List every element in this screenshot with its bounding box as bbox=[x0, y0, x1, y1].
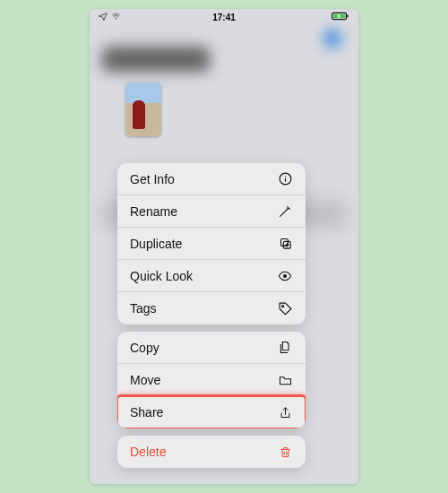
background-title bbox=[102, 47, 210, 72]
menu-item-copy[interactable]: Copy bbox=[117, 332, 306, 364]
pencil-icon bbox=[277, 203, 293, 220]
menu-group-1: Get Info Rename Duplicate Quick Look bbox=[117, 163, 306, 324]
menu-item-get-info[interactable]: Get Info bbox=[117, 163, 306, 195]
trash-icon bbox=[277, 444, 293, 460]
eye-icon bbox=[277, 268, 293, 284]
menu-item-delete[interactable]: Delete bbox=[117, 436, 306, 468]
menu-item-tags[interactable]: Tags bbox=[117, 292, 306, 324]
menu-item-share[interactable]: Share bbox=[117, 396, 306, 428]
phone-screen: 17:41 Get Info Rename bbox=[90, 9, 358, 484]
status-time: 17:41 bbox=[90, 13, 358, 22]
selected-file-thumbnail[interactable] bbox=[125, 82, 161, 136]
menu-item-move[interactable]: Move bbox=[117, 364, 306, 396]
menu-group-2: Copy Move Share bbox=[117, 332, 306, 428]
context-menu: Get Info Rename Duplicate Quick Look bbox=[117, 163, 306, 475]
menu-item-label: Rename bbox=[130, 204, 177, 219]
menu-item-label: Share bbox=[130, 405, 163, 419]
menu-item-label: Quick Look bbox=[130, 269, 193, 283]
info-circle-icon bbox=[277, 171, 293, 187]
share-icon bbox=[277, 404, 293, 420]
menu-item-label: Get Info bbox=[130, 172, 175, 186]
menu-item-label: Move bbox=[130, 373, 160, 387]
menu-group-3: Delete bbox=[117, 436, 306, 468]
documents-icon bbox=[277, 340, 293, 356]
menu-item-quick-look[interactable]: Quick Look bbox=[117, 260, 306, 292]
svg-point-7 bbox=[281, 305, 283, 307]
menu-item-label: Tags bbox=[130, 301, 157, 316]
menu-item-label: Copy bbox=[130, 341, 159, 355]
duplicate-icon bbox=[277, 236, 293, 252]
menu-item-duplicate[interactable]: Duplicate bbox=[117, 228, 306, 260]
folder-icon bbox=[277, 372, 293, 388]
menu-item-label: Duplicate bbox=[130, 237, 182, 251]
svg-point-6 bbox=[283, 274, 287, 278]
menu-item-rename[interactable]: Rename bbox=[117, 195, 306, 228]
status-bar: 17:41 bbox=[90, 9, 358, 25]
menu-item-label: Delete bbox=[130, 445, 166, 459]
tag-icon bbox=[277, 300, 293, 316]
